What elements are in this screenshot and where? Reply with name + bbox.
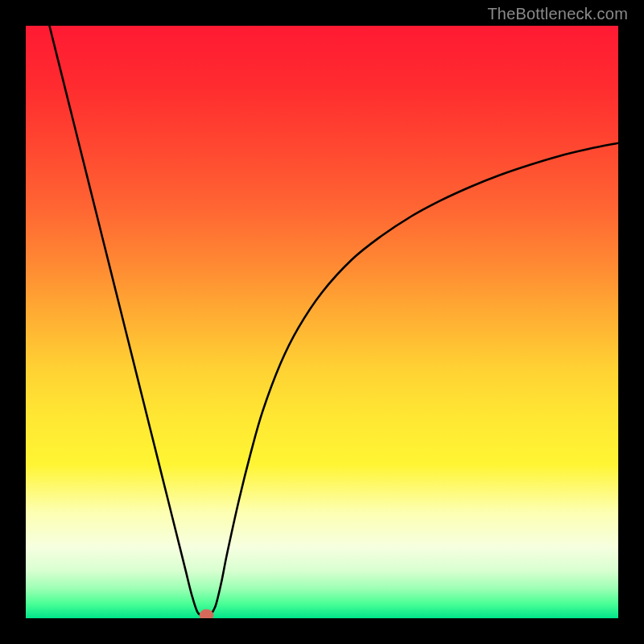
gradient-layer <box>26 26 618 618</box>
watermark-text: TheBottleneck.com <box>487 5 628 23</box>
chart-frame: TheBottleneck.com <box>0 0 644 644</box>
gradient-rect <box>26 26 618 618</box>
plot-area <box>26 26 618 618</box>
